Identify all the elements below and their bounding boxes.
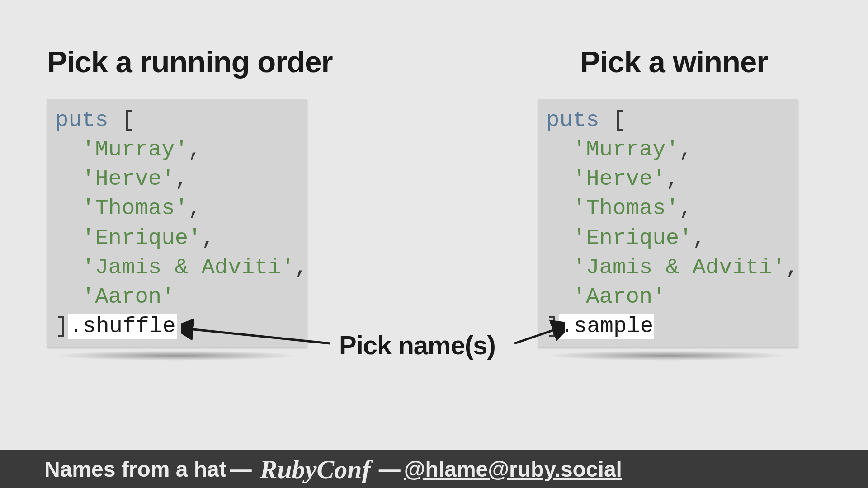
code-item: 'Aaron' bbox=[82, 284, 175, 310]
code-keyword: puts bbox=[546, 108, 599, 133]
code-item: 'Aaron' bbox=[573, 284, 666, 310]
code-close: ] bbox=[546, 314, 559, 339]
card-shadow bbox=[545, 351, 789, 361]
code-item: 'Enrique' bbox=[573, 225, 693, 251]
code-item: 'Murray' bbox=[573, 137, 679, 162]
heading-right: Pick a winner bbox=[580, 44, 768, 79]
center-label: Pick name(s) bbox=[339, 330, 495, 360]
heading-left: Pick a running order bbox=[47, 44, 333, 79]
code-item: 'Herve' bbox=[573, 166, 666, 192]
code-item: 'Murray' bbox=[82, 137, 188, 162]
code-item: 'Thomas' bbox=[82, 196, 188, 221]
footer-sep: — bbox=[226, 457, 255, 482]
footer: Names from a hat — RubyConf — @hlame@rub… bbox=[0, 450, 868, 488]
code-method-sample: .sample bbox=[559, 314, 654, 339]
code-method-shuffle: .shuffle bbox=[68, 314, 176, 339]
code-item: 'Enrique' bbox=[82, 225, 202, 251]
card-shadow bbox=[54, 351, 298, 361]
code-keyword: puts bbox=[55, 108, 108, 133]
code-item: 'Herve' bbox=[82, 166, 175, 192]
footer-title: Names from a hat bbox=[44, 457, 226, 482]
footer-sep: — bbox=[375, 457, 404, 482]
code-close: ] bbox=[55, 314, 68, 339]
code-card-right: puts [ 'Murray', 'Herve', 'Thomas', 'Enr… bbox=[538, 99, 798, 347]
footer-handle: @hlame@ruby.social bbox=[404, 457, 622, 482]
footer-event: RubyConf bbox=[255, 454, 375, 484]
code-open: [ bbox=[599, 108, 626, 133]
code-card-left: puts [ 'Murray', 'Herve', 'Thomas', 'Enr… bbox=[47, 99, 307, 347]
slide: Pick a running order Pick a winner puts … bbox=[0, 0, 868, 488]
code-item: 'Thomas' bbox=[573, 196, 679, 221]
code-open: [ bbox=[108, 108, 135, 133]
code-item: 'Jamis & Adviti' bbox=[82, 255, 294, 280]
code-item: 'Jamis & Adviti' bbox=[573, 255, 785, 280]
